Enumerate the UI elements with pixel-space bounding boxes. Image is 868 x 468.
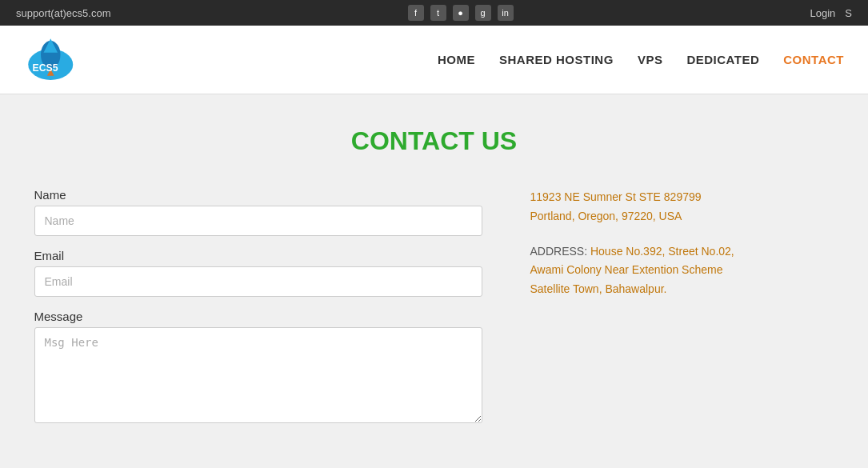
email-input[interactable] <box>34 266 482 297</box>
contact-form: Name Email Message <box>34 188 482 439</box>
page-title: CONTACT US <box>24 126 844 156</box>
googleplus-icon[interactable]: g <box>475 5 491 21</box>
logo[interactable]: ECS5 <box>24 34 80 86</box>
email-group: Email <box>34 249 482 297</box>
nav-shared-hosting[interactable]: SHARED HOSTING <box>499 53 614 66</box>
login-link[interactable]: Login <box>810 7 836 19</box>
topbar-right: Login S <box>810 7 852 19</box>
main-content: CONTACT US Name Email Message 11923 NE S… <box>0 94 868 468</box>
linkedin-icon[interactable]: in <box>498 5 514 21</box>
nav-vps[interactable]: VPS <box>638 53 663 66</box>
name-group: Name <box>34 188 482 236</box>
svg-text:ECS5: ECS5 <box>33 62 58 74</box>
header: ECS5 HOME SHARED HOSTING VPS DEDICATED C… <box>0 26 868 94</box>
address-block-2: ADDRESS: House No.392, Street No.02, Awa… <box>530 242 754 299</box>
contact-layout: Name Email Message 11923 NE Sumner St ST… <box>34 188 834 439</box>
topbar-left: support(at)ecs5.com <box>16 7 111 19</box>
name-label: Name <box>34 188 482 202</box>
address-line-1b: Portland, Oregon, 97220, USA <box>530 207 754 226</box>
email-label: Email <box>34 249 482 262</box>
topbar: support(at)ecs5.com f t ● g in Login S <box>0 0 868 26</box>
facebook-icon[interactable]: f <box>408 5 424 21</box>
nav-contact[interactable]: CONTACT <box>783 53 844 66</box>
address-block-1: 11923 NE Sumner St STE 829799 Portland, … <box>530 188 754 226</box>
message-textarea[interactable] <box>34 327 482 423</box>
signup-link[interactable]: S <box>845 7 852 19</box>
instagram-icon[interactable]: ● <box>453 5 469 21</box>
logo-svg: ECS5 <box>24 34 80 86</box>
nav-dedicated[interactable]: DEDICATED <box>686 53 759 66</box>
name-input[interactable] <box>34 206 482 236</box>
twitter-icon[interactable]: t <box>430 5 446 21</box>
support-email: support(at)ecs5.com <box>16 7 111 19</box>
message-group: Message <box>34 310 482 426</box>
contact-info: 11923 NE Sumner St STE 829799 Portland, … <box>530 188 754 439</box>
address-prefix: ADDRESS: <box>530 245 590 258</box>
topbar-social: f t ● g in <box>408 5 514 21</box>
main-nav: HOME SHARED HOSTING VPS DEDICATED CONTAC… <box>438 53 844 66</box>
address-line-1a: 11923 NE Sumner St STE 829799 <box>530 188 754 207</box>
nav-home[interactable]: HOME <box>438 53 475 66</box>
message-label: Message <box>34 310 482 323</box>
